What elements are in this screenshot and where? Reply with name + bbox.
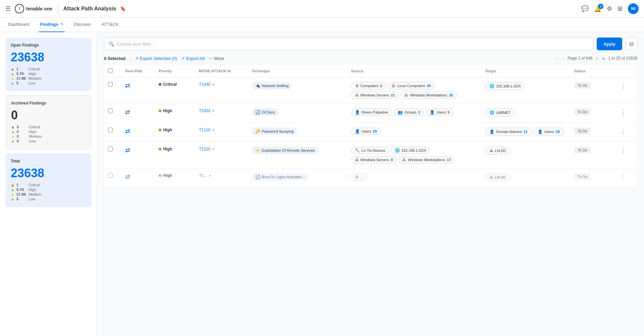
network-target-icon: 🌐 (489, 84, 494, 88)
tab-findings[interactable]: Findings ✎ (39, 17, 65, 32)
row4-actions-button[interactable]: ⋮ (619, 147, 628, 154)
row2-technique-tag: 🔄 DCSync (252, 109, 279, 116)
row5-technique-tag: 🔄 Boot Or Logon Autostart... (252, 173, 308, 181)
settings-button[interactable]: ⚙ (607, 5, 612, 12)
app-title: Attack Path Analysis (63, 6, 116, 12)
open-low-count: 5 (16, 81, 26, 85)
source-sheev-label: Sheev Palpatine (362, 110, 388, 114)
tab-dashboard-label: Dashboard (8, 22, 30, 27)
tab-attck[interactable]: ATT&CK (100, 17, 120, 32)
source-tag-192: 🌐 192.168.1.0/24 (391, 147, 430, 154)
row1-target-cell: 🌐 192.168.1.0/24 (481, 77, 570, 104)
select-all-checkbox[interactable] (108, 68, 113, 73)
apply-button[interactable]: Apply (597, 38, 622, 50)
row2-mitre-link[interactable]: T1003 ↗ (199, 109, 244, 113)
row1-checkbox[interactable] (108, 82, 113, 87)
row3-actions-cell: ⋮ (615, 123, 637, 142)
row3-checkbox[interactable] (108, 128, 113, 132)
source-tag-winws2: 🖧 Windows Workstations 17 (398, 156, 454, 163)
row3-mitre-link[interactable]: T1110 ↗ (199, 128, 244, 132)
chat-button[interactable]: 💬 (581, 5, 589, 12)
open-findings-card: Open Findings 23638 ▲ 1 Critical ▲ 5.7K … (5, 38, 92, 91)
row4-source-tags: 🔧 Ln-Tio-Nessus 🌐 192.168.1.0/24 🖧 Windo… (351, 147, 477, 163)
row5-actions-cell: ⋮ (615, 169, 637, 188)
row5-mitre-link[interactable]: T1... ↗ (199, 173, 244, 178)
export-selected-button[interactable]: ↗ Export Selected (0) (135, 56, 177, 61)
critical-icon: ▲ (11, 67, 14, 71)
row1-target-tag: 🌐 192.168.1.0/24 (485, 82, 525, 90)
row4-actions-cell: ⋮ (615, 142, 637, 169)
row1-target-label: 192.168.1.0/24 (496, 84, 521, 88)
selected-count: 0 Selected (104, 56, 125, 61)
row2-priority-label: High (163, 109, 172, 113)
row4-mitre-link[interactable]: T1210 ↗ (199, 147, 244, 151)
table-row: ⇄ High T1110 ↗ (104, 123, 637, 142)
row5-target-cell: 🖧 LN-DC (481, 169, 570, 188)
row1-priority-cell: Critical (155, 77, 195, 104)
arch-critical-count: 0 (17, 125, 27, 129)
source-linux-count: 45 (427, 84, 431, 88)
row2-target-label: LABNET (496, 111, 511, 115)
first-page-button[interactable]: « (554, 55, 559, 62)
bookmark-icon[interactable]: 🔖 (120, 6, 126, 11)
row3-technique-tag: 🔑 Password Spraying (252, 128, 297, 135)
export-all-button[interactable]: ↗ Export All (181, 56, 205, 61)
row4-status-badge: To Do (574, 147, 591, 153)
row4-viewpath-cell: ⇄ (121, 142, 155, 169)
users-target-icon: 👤 (538, 129, 543, 134)
viewpath-icon[interactable]: ⇄ (125, 147, 130, 154)
columns-button[interactable]: ⊟ (626, 38, 637, 50)
row5-actions-button[interactable]: ⋮ (619, 173, 628, 181)
row2-actions-button[interactable]: ⋮ (619, 109, 628, 116)
notification-button[interactable]: 🔔 3 (594, 5, 601, 12)
more-button[interactable]: ⋯ More (209, 56, 224, 61)
export-selected-label: Export Selected (0) (140, 56, 177, 61)
source-winws-label: Windows Workstations (410, 93, 447, 97)
grid-button[interactable]: ⊞ (618, 5, 623, 12)
settings-icon: ⚙ (607, 5, 612, 12)
row3-target-label-1: Domain Admins (496, 130, 522, 134)
tab-dashboard[interactable]: Dashboard (7, 17, 31, 32)
tab-discover[interactable]: Discover (73, 17, 93, 32)
row1-mitre-link[interactable]: T1040 ↗ (199, 82, 244, 87)
total-medium-count: 17.9K (16, 192, 26, 196)
filter-input[interactable] (117, 42, 589, 47)
total-high-icon: ▲ (11, 188, 14, 192)
source-tag-linux: 🖧 Linux Computers 45 (388, 82, 434, 89)
row2-mitre-cell: T1003 ↗ (195, 104, 248, 123)
source-users29-count: 29 (373, 129, 377, 133)
external-link-icon: ↗ (212, 83, 214, 86)
sync-icon: 🔄 (255, 110, 260, 115)
prev-page-button[interactable]: ‹ (561, 55, 566, 62)
hamburger-menu[interactable]: ☰ (5, 5, 11, 12)
viewpath-icon[interactable]: ⇄ (125, 82, 130, 89)
sev-medium: ▲ 17.9K Medium (11, 76, 86, 80)
next-page-button[interactable]: › (595, 55, 599, 62)
source-tag-winws: 🖧 Windows Workstations 26 (400, 91, 457, 99)
row3-actions-button[interactable]: ⋮ (619, 128, 628, 135)
groups-icon: 👥 (398, 110, 403, 115)
labnet-icon: 🌐 (489, 110, 494, 115)
source-tag-winservers2: 🖧 Windows Servers 8 (351, 156, 397, 163)
topnav-icons: 💬 🔔 3 ⚙ ⊞ NI (581, 3, 639, 14)
row5-checkbox[interactable] (108, 173, 113, 178)
source-winws2-count: 17 (447, 158, 451, 162)
row4-checkbox[interactable] (108, 147, 113, 151)
viewpath-icon[interactable]: ⇄ (125, 128, 130, 135)
row2-checkbox[interactable] (108, 109, 113, 113)
user-avatar[interactable]: NI (628, 3, 639, 14)
source-winservers2-label: Windows Servers (361, 158, 389, 162)
row3-mitre-id: T1110 (199, 128, 210, 132)
viewpath-icon[interactable]: ⇄ (125, 174, 130, 180)
last-page-button[interactable]: » (601, 55, 606, 62)
viewpath-icon[interactable]: ⇄ (125, 109, 130, 116)
source-users29-label: Users (362, 129, 371, 133)
chat-icon: 💬 (581, 5, 589, 12)
row2-actions-cell: ⋮ (615, 104, 637, 123)
computer-icon: 🖥 (355, 175, 359, 179)
row3-source-cell: 👤 Users 29 (347, 123, 481, 142)
tab-discover-label: Discover (74, 22, 91, 27)
row1-actions-button[interactable]: ⋮ (619, 82, 628, 89)
col-source-header: Source (347, 65, 481, 77)
row4-check-cell (104, 142, 121, 169)
